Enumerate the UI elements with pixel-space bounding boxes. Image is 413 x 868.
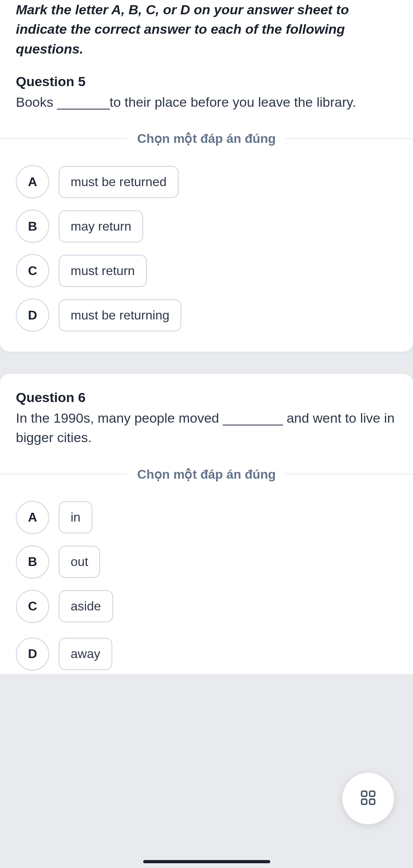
option-letter: C <box>16 590 49 623</box>
option-d[interactable]: D away <box>16 634 397 674</box>
question-card-5: Mark the letter A, B, C, or D on your an… <box>0 0 413 352</box>
option-c[interactable]: C aside <box>16 590 397 623</box>
option-text: must be returned <box>59 166 179 198</box>
option-a[interactable]: A in <box>16 501 397 534</box>
option-letter: D <box>16 298 49 332</box>
question-5-text: Books _______to their place before you l… <box>16 92 397 112</box>
option-letter: C <box>16 254 49 287</box>
question-card-6: Question 6 In the 1990s, many people mov… <box>0 374 413 674</box>
divider-label: Chọn một đáp án đúng <box>128 467 285 482</box>
option-letter: D <box>16 637 49 671</box>
divider-line <box>0 139 128 139</box>
option-b[interactable]: B may return <box>16 210 397 243</box>
question-5-options: A must be returned B may return C must r… <box>16 165 397 332</box>
option-text: may return <box>59 210 143 243</box>
option-text: out <box>59 546 100 578</box>
option-letter: A <box>16 501 49 534</box>
option-b[interactable]: B out <box>16 545 397 579</box>
question-6-text: In the 1990s, many people moved ________… <box>16 408 397 448</box>
question-6-options: A in B out C aside D away <box>16 501 397 674</box>
option-text: must return <box>59 255 147 287</box>
question-5-title: Question 5 <box>16 74 397 89</box>
divider-line <box>0 474 128 474</box>
option-letter: A <box>16 165 49 198</box>
instructions-text: Mark the letter A, B, C, or D on your an… <box>16 0 397 59</box>
option-d[interactable]: D must be returning <box>16 298 397 332</box>
question-6-title: Question 6 <box>16 390 397 405</box>
divider-line <box>285 139 413 139</box>
option-letter: B <box>16 545 49 579</box>
option-text: aside <box>59 590 113 622</box>
option-a[interactable]: A must be returned <box>16 165 397 198</box>
divider-label: Chọn một đáp án đúng <box>128 131 285 146</box>
option-text: in <box>59 501 92 533</box>
option-c[interactable]: C must return <box>16 254 397 287</box>
choose-answer-divider: Chọn một đáp án đúng <box>0 131 413 146</box>
option-text: must be returning <box>59 299 181 331</box>
choose-answer-divider: Chọn một đáp án đúng <box>0 467 413 482</box>
option-letter: B <box>16 210 49 243</box>
divider-line <box>285 474 413 474</box>
option-text: away <box>59 638 112 670</box>
